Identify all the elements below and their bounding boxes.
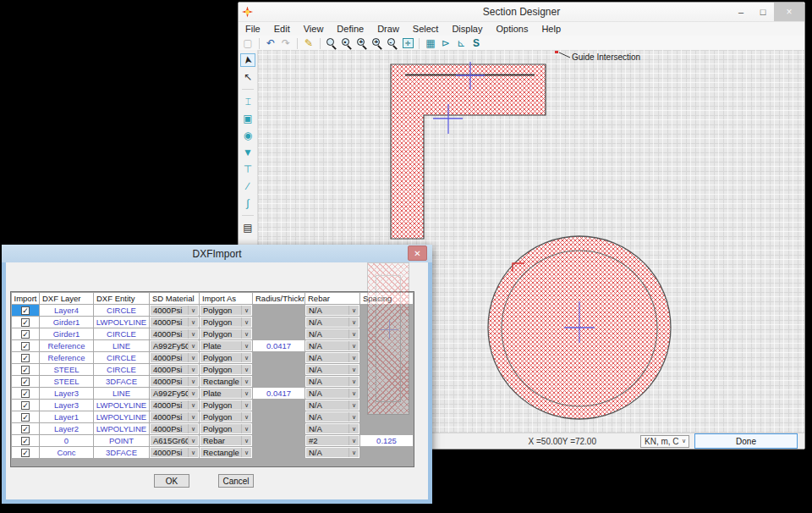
import-as-dropdown[interactable]: Plate∨ <box>200 340 252 351</box>
rebar-dropdown[interactable]: N/A∨ <box>305 364 359 375</box>
radius-thickness-cell[interactable]: 0.0417 <box>253 340 304 351</box>
ok-button[interactable]: OK <box>154 474 189 488</box>
radius-thickness-cell[interactable]: 0.0417 <box>253 388 304 399</box>
import-checkbox-cell[interactable]: ✓ <box>12 400 39 411</box>
sd-material-dropdown[interactable]: 4000Psi∨ <box>150 317 199 328</box>
import-checkbox-cell[interactable]: ✓ <box>12 435 39 446</box>
minimize-button[interactable]: – <box>730 3 752 21</box>
draw-rectangle-tool[interactable]: ▣ <box>240 112 255 125</box>
menu-define[interactable]: Define <box>330 24 370 34</box>
sd-material-dropdown[interactable]: 4000Psi∨ <box>150 400 199 411</box>
section-properties-tool[interactable]: ▤ <box>240 221 255 234</box>
rebar-dropdown[interactable]: N/A∨ <box>305 447 359 458</box>
import-checkbox[interactable]: ✓ <box>21 401 30 410</box>
import-as-dropdown[interactable]: Plate∨ <box>200 388 252 399</box>
section-grid-icon[interactable]: ▦ <box>425 37 436 49</box>
menu-view[interactable]: View <box>297 24 331 34</box>
rebar-dropdown[interactable]: N/A∨ <box>305 411 359 422</box>
flip-icon[interactable]: ⊳ <box>440 37 452 49</box>
sd-material-dropdown[interactable]: 4000Psi∨ <box>150 352 199 363</box>
sd-material-dropdown[interactable]: 4000Psi∨ <box>150 364 199 375</box>
import-checkbox[interactable]: ✓ <box>21 366 30 374</box>
sd-material-dropdown[interactable]: A615Gr60∨ <box>150 435 199 446</box>
zoom-out-icon[interactable]: - <box>387 37 398 49</box>
undo-icon[interactable]: ↶ <box>265 37 277 49</box>
import-checkbox[interactable]: ✓ <box>21 306 30 315</box>
sd-material-dropdown[interactable]: 4000Psi∨ <box>150 423 199 434</box>
rebar-dropdown[interactable]: #2∨ <box>305 435 359 446</box>
import-checkbox[interactable]: ✓ <box>21 389 30 398</box>
maximize-button[interactable]: □ <box>752 3 774 21</box>
import-as-dropdown[interactable]: Rectangle∨ <box>200 447 252 458</box>
import-as-dropdown[interactable]: Polygon∨ <box>200 400 252 411</box>
draw-isection-tool[interactable]: ⌶ <box>240 95 255 108</box>
draw-circle-tool[interactable]: ◉ <box>240 129 255 142</box>
spacing-cell[interactable]: 0.125 <box>360 435 413 446</box>
import-checkbox-cell[interactable]: ✓ <box>12 423 39 434</box>
import-checkbox-cell[interactable]: ✓ <box>12 340 39 351</box>
import-checkbox[interactable]: ✓ <box>21 449 30 457</box>
import-checkbox-cell[interactable]: ✓ <box>12 317 39 328</box>
sd-material-dropdown[interactable]: 4000Psi∨ <box>150 376 199 387</box>
draw-polygon-tool[interactable]: ▼ <box>240 146 255 159</box>
sd-material-dropdown[interactable]: 4000Psi∨ <box>150 328 199 339</box>
zoom-window-icon[interactable] <box>326 37 337 49</box>
pointer-tool[interactable]: ➤ <box>240 53 255 67</box>
import-checkbox-cell[interactable]: ✓ <box>12 364 39 375</box>
import-as-dropdown[interactable]: Rectangle∨ <box>200 376 252 387</box>
done-button[interactable]: Done <box>694 433 798 449</box>
zoom-step-icon[interactable]: + <box>371 37 383 49</box>
reshaper-tool[interactable]: ↖ <box>240 70 255 84</box>
import-as-dropdown[interactable]: Polygon∨ <box>200 411 252 422</box>
import-checkbox[interactable]: ✓ <box>21 425 30 433</box>
import-checkbox[interactable]: ✓ <box>21 318 30 327</box>
rebar-dropdown[interactable]: N/A∨ <box>305 423 359 434</box>
window-titlebar[interactable]: Section Designer – □ × <box>239 3 804 22</box>
import-checkbox-cell[interactable]: ✓ <box>12 376 39 387</box>
import-checkbox[interactable]: ✓ <box>21 354 30 362</box>
rebar-dropdown[interactable]: N/A∨ <box>305 376 359 387</box>
draw-rebar-line-tool[interactable]: ⊤ <box>240 163 255 176</box>
menu-help[interactable]: Help <box>535 24 568 34</box>
dialog-titlebar[interactable]: DXFImport ✕ <box>2 245 432 262</box>
rebar-dropdown[interactable]: N/A∨ <box>305 305 359 316</box>
rebar-dropdown[interactable]: N/A∨ <box>305 400 359 411</box>
zoom-in-icon[interactable]: + <box>356 37 368 49</box>
menu-select[interactable]: Select <box>406 24 446 34</box>
sd-material-dropdown[interactable]: A992Fy50∨ <box>150 388 199 399</box>
import-checkbox-cell[interactable]: ✓ <box>12 305 39 316</box>
import-as-dropdown[interactable]: Rebar∨ <box>200 435 252 446</box>
rebar-dropdown[interactable]: N/A∨ <box>305 317 359 328</box>
menu-display[interactable]: Display <box>445 24 489 34</box>
rebar-dropdown[interactable]: N/A∨ <box>305 328 359 339</box>
import-checkbox[interactable]: ✓ <box>21 330 30 339</box>
cancel-button[interactable]: Cancel <box>218 474 254 488</box>
axis-icon[interactable]: ⊾ <box>455 37 467 49</box>
import-as-dropdown[interactable]: Polygon∨ <box>200 423 252 434</box>
import-checkbox-cell[interactable]: ✓ <box>12 447 39 458</box>
redo-icon[interactable]: ↷ <box>280 37 292 49</box>
sd-material-dropdown[interactable]: 4000Psi∨ <box>150 447 199 458</box>
sd-material-dropdown[interactable]: A992Fy50∨ <box>150 340 199 351</box>
snap-icon[interactable]: S <box>470 37 482 49</box>
draw-line-tool[interactable]: ∕ <box>240 179 255 193</box>
import-as-dropdown[interactable]: Polygon∨ <box>200 352 252 363</box>
rebar-dropdown[interactable]: N/A∨ <box>305 340 359 351</box>
pencil-icon[interactable]: ✎ <box>303 37 315 49</box>
menu-options[interactable]: Options <box>489 24 535 34</box>
rebar-dropdown[interactable]: N/A∨ <box>305 388 359 399</box>
draw-polyline-tool[interactable]: ∫ <box>240 196 255 210</box>
sd-material-dropdown[interactable]: 4000Psi∨ <box>150 305 199 316</box>
dialog-close-button[interactable]: ✕ <box>408 245 427 261</box>
import-checkbox-cell[interactable]: ✓ <box>12 352 39 363</box>
close-button[interactable]: × <box>774 3 804 21</box>
import-checkbox[interactable]: ✓ <box>21 437 30 445</box>
pan-icon[interactable]: ✛ <box>402 37 414 49</box>
new-file-icon[interactable]: ▢ <box>242 37 254 49</box>
import-checkbox[interactable]: ✓ <box>21 342 30 350</box>
menu-file[interactable]: File <box>239 24 267 34</box>
import-checkbox-cell[interactable]: ✓ <box>12 411 39 422</box>
import-as-dropdown[interactable]: Polygon∨ <box>200 305 252 316</box>
import-checkbox[interactable]: ✓ <box>21 413 30 422</box>
sd-material-dropdown[interactable]: 4000Psi∨ <box>150 411 199 422</box>
